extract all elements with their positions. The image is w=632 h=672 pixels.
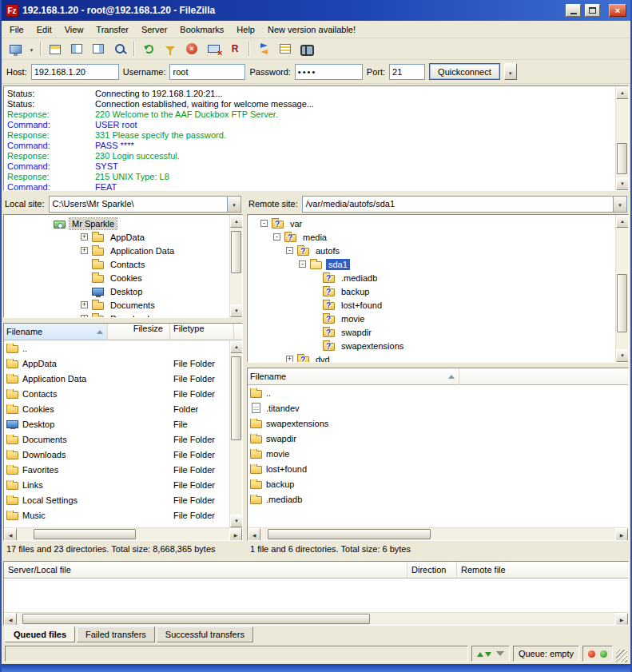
disconnect-button[interactable] bbox=[203, 40, 224, 58]
queue-tab[interactable]: Queued files bbox=[5, 626, 75, 642]
menu-item[interactable]: New version available! bbox=[261, 22, 362, 37]
menu-item[interactable]: Transfer bbox=[89, 22, 135, 37]
maximize-button[interactable] bbox=[585, 4, 600, 17]
password-input[interactable] bbox=[295, 64, 363, 80]
filter-indicator-icon[interactable] bbox=[496, 651, 504, 656]
column-header-filename[interactable]: Filename bbox=[248, 368, 459, 385]
tree-item[interactable]: swapdir bbox=[248, 325, 615, 339]
queue-tab[interactable]: Failed transfers bbox=[77, 626, 155, 642]
toggle-message-log-button[interactable] bbox=[45, 40, 66, 58]
menu-item[interactable]: View bbox=[58, 22, 90, 37]
site-manager-button[interactable] bbox=[5, 40, 26, 58]
expander-icon[interactable] bbox=[299, 260, 306, 268]
chevron-down-icon[interactable] bbox=[227, 197, 240, 212]
scroll-track[interactable] bbox=[230, 228, 242, 304]
scroll-down-button[interactable] bbox=[230, 515, 242, 527]
resize-grip[interactable] bbox=[616, 650, 627, 662]
local-site-combobox[interactable]: C:\Users\Mr Sparkle\ bbox=[49, 196, 241, 213]
scroll-track[interactable] bbox=[616, 99, 628, 177]
menu-item[interactable]: Edit bbox=[30, 22, 58, 37]
tree-item[interactable]: var bbox=[248, 217, 615, 230]
scroll-right-button[interactable] bbox=[615, 528, 628, 541]
scroll-track[interactable] bbox=[616, 228, 628, 349]
synchronized-browsing-button[interactable] bbox=[275, 40, 296, 58]
scroll-track[interactable] bbox=[230, 353, 242, 515]
file-row[interactable]: Music File Folder bbox=[4, 507, 229, 523]
file-row[interactable]: swapextensions bbox=[248, 416, 628, 431]
scroll-up-button[interactable] bbox=[230, 215, 243, 228]
menu-item[interactable]: Help bbox=[230, 22, 261, 37]
host-input[interactable] bbox=[31, 64, 119, 80]
tree-item[interactable]: Documents bbox=[4, 298, 229, 312]
tree-item[interactable]: dvd bbox=[248, 352, 615, 362]
scroll-down-button[interactable] bbox=[616, 349, 629, 362]
file-row[interactable]: movie bbox=[248, 446, 628, 461]
queue-tab[interactable]: Successful transfers bbox=[157, 626, 253, 642]
file-row[interactable]: Contacts File Folder bbox=[4, 386, 229, 401]
file-row[interactable]: .. bbox=[248, 385, 628, 400]
chevron-down-icon[interactable] bbox=[613, 197, 626, 212]
column-header-remote-file[interactable]: Remote file bbox=[457, 562, 628, 579]
scroll-thumb[interactable] bbox=[617, 143, 627, 174]
toggle-remote-tree-button[interactable] bbox=[88, 40, 109, 58]
tree-item[interactable]: backup bbox=[248, 284, 615, 298]
expander-icon[interactable] bbox=[273, 233, 280, 241]
quickconnect-dropdown[interactable] bbox=[504, 63, 517, 80]
tree-item[interactable]: movie bbox=[248, 312, 615, 325]
scroll-track[interactable] bbox=[260, 528, 615, 540]
file-row[interactable]: Favorites File Folder bbox=[4, 462, 229, 477]
filter-button[interactable] bbox=[160, 40, 181, 58]
tree-item[interactable]: lost+found bbox=[248, 298, 615, 312]
expander-icon[interactable] bbox=[286, 356, 293, 362]
directory-comparison-button[interactable] bbox=[253, 40, 274, 58]
scroll-left-button[interactable] bbox=[4, 613, 17, 626]
local-list-horizontal-scrollbar[interactable] bbox=[4, 527, 242, 540]
remote-list-horizontal-scrollbar[interactable] bbox=[248, 527, 628, 540]
expander-icon[interactable] bbox=[81, 233, 88, 241]
toggle-local-tree-button[interactable] bbox=[66, 40, 87, 58]
expander-icon[interactable] bbox=[81, 301, 88, 308]
queue-horizontal-scrollbar[interactable] bbox=[4, 612, 628, 625]
file-row[interactable]: Application Data File Folder bbox=[4, 371, 229, 386]
tree-item[interactable]: media bbox=[248, 230, 615, 244]
expander-icon[interactable] bbox=[260, 220, 268, 227]
column-header-filename[interactable]: Filename bbox=[4, 324, 108, 340]
toggle-queue-button[interactable] bbox=[109, 40, 130, 58]
expander-icon[interactable] bbox=[81, 247, 88, 254]
menu-item[interactable]: File bbox=[3, 22, 30, 37]
scroll-left-button[interactable] bbox=[4, 528, 17, 541]
quickconnect-button[interactable]: Quickconnect bbox=[429, 63, 500, 80]
file-row[interactable]: Desktop File bbox=[4, 416, 229, 431]
file-row[interactable]: AppData File Folder bbox=[4, 356, 229, 371]
file-row[interactable]: .. bbox=[4, 340, 229, 356]
tree-item[interactable]: Downloads bbox=[4, 312, 229, 317]
scroll-left-button[interactable] bbox=[248, 528, 260, 541]
remote-tree-vertical-scrollbar[interactable] bbox=[615, 215, 628, 362]
cancel-button[interactable] bbox=[181, 40, 202, 58]
scroll-track[interactable] bbox=[17, 613, 615, 625]
close-button[interactable] bbox=[609, 4, 626, 17]
titlebar[interactable]: Fz 192.168.1.20 - root@192.168.1.20 - Fi… bbox=[2, 0, 630, 21]
file-row[interactable]: .titandev bbox=[248, 400, 628, 416]
scroll-thumb[interactable] bbox=[617, 274, 627, 332]
scroll-up-button[interactable] bbox=[230, 340, 242, 353]
username-input[interactable] bbox=[169, 64, 245, 80]
tree-item[interactable]: Contacts bbox=[4, 257, 229, 271]
scroll-thumb[interactable] bbox=[22, 614, 369, 624]
scroll-thumb[interactable] bbox=[268, 529, 431, 539]
file-row[interactable]: backup bbox=[248, 476, 628, 491]
tree-item[interactable]: autofs bbox=[248, 244, 615, 257]
column-header-server-local-file[interactable]: Server/Local file bbox=[4, 562, 407, 579]
reconnect-button[interactable]: R bbox=[225, 40, 245, 58]
transfer-arrows-icon[interactable] bbox=[477, 649, 491, 658]
remote-site-combobox[interactable]: /var/media/autofs/sda1 bbox=[302, 196, 627, 213]
tree-item[interactable]: Cookies bbox=[4, 271, 229, 284]
column-header-direction[interactable]: Direction bbox=[407, 562, 457, 579]
log-vertical-scrollbar[interactable] bbox=[615, 86, 628, 190]
expander-icon[interactable] bbox=[286, 247, 293, 254]
tree-item[interactable]: Mr Sparkle bbox=[4, 217, 229, 230]
minimize-button[interactable] bbox=[566, 4, 581, 17]
scroll-thumb[interactable] bbox=[231, 231, 241, 273]
file-row[interactable]: Downloads File Folder bbox=[4, 447, 229, 462]
menu-item[interactable]: Bookmarks bbox=[173, 22, 230, 37]
